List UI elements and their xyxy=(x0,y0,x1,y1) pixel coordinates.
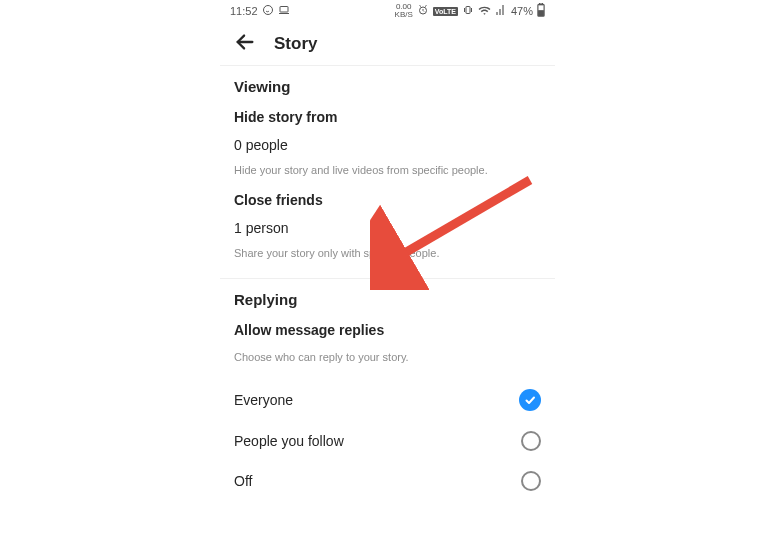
svg-rect-1 xyxy=(280,7,288,13)
volte-badge: VoLTE xyxy=(433,7,458,16)
battery-percent: 47% xyxy=(511,5,533,17)
status-time: 11:52 xyxy=(230,5,258,17)
phone-screen: 11:52 0.00 KB/S VoLTE xyxy=(220,0,555,541)
status-bar: 11:52 0.00 KB/S VoLTE xyxy=(220,0,555,22)
close-friends-value[interactable]: 1 person xyxy=(234,220,541,236)
svg-point-0 xyxy=(263,6,272,15)
vibrate-icon xyxy=(462,4,474,18)
signal-icon xyxy=(495,4,507,18)
reply-option-everyone[interactable]: Everyone xyxy=(234,379,541,421)
reply-option-follow[interactable]: People you follow xyxy=(234,421,541,461)
net-speed: 0.00 KB/S xyxy=(395,3,413,19)
reply-option-label: Off xyxy=(234,473,252,489)
radio-unselected-icon xyxy=(521,471,541,491)
page-title: Story xyxy=(274,34,317,54)
allow-replies-title: Allow message replies xyxy=(234,322,541,338)
wifi-icon xyxy=(478,4,491,19)
battery-icon xyxy=(537,3,545,19)
close-friends-description: Share your story only with specific peop… xyxy=(234,246,541,261)
whatsapp-icon xyxy=(262,4,274,18)
hide-story-title: Hide story from xyxy=(234,109,541,125)
page-header: Story xyxy=(220,22,555,66)
close-friends-title: Close friends xyxy=(234,192,541,208)
replying-section: Replying Allow message replies Choose wh… xyxy=(220,279,555,517)
alarm-icon xyxy=(417,4,429,18)
allow-replies-description: Choose who can reply to your story. xyxy=(234,350,541,365)
svg-rect-5 xyxy=(539,3,542,5)
reply-option-off[interactable]: Off xyxy=(234,461,541,501)
reply-option-label: People you follow xyxy=(234,433,344,449)
radio-selected-icon xyxy=(519,389,541,411)
viewing-section-title: Viewing xyxy=(234,78,541,95)
back-icon[interactable] xyxy=(234,31,256,57)
radio-unselected-icon xyxy=(521,431,541,451)
hide-story-description: Hide your story and live videos from spe… xyxy=(234,163,541,178)
replying-section-title: Replying xyxy=(234,291,541,308)
svg-rect-3 xyxy=(466,7,470,14)
svg-rect-6 xyxy=(539,11,544,16)
hide-story-value[interactable]: 0 people xyxy=(234,137,541,153)
laptop-icon xyxy=(278,4,290,18)
reply-option-label: Everyone xyxy=(234,392,293,408)
viewing-section: Viewing Hide story from 0 people Hide yo… xyxy=(220,66,555,279)
